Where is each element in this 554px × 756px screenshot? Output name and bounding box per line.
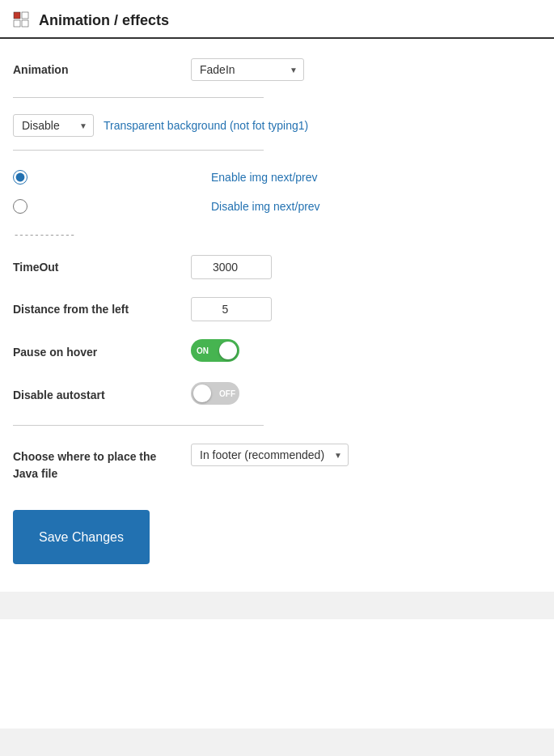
page-container: Animation / effects Animation FadeIn Fad… (0, 0, 554, 728)
disable-img-label: Disable img next/prev (201, 200, 541, 213)
disable-autostart-knob (193, 384, 211, 402)
disable-select[interactable]: Disable Enable (13, 114, 94, 137)
disable-autostart-off-text: OFF (219, 389, 235, 398)
distance-row: Distance from the left (13, 297, 541, 321)
distance-control (191, 297, 541, 321)
animation-select[interactable]: FadeIn FadeOut SlideIn SlideOut None (191, 58, 304, 81)
pause-on-hover-toggle[interactable]: ON (191, 339, 239, 362)
disable-img-radio-row: Disable img next/prev (13, 199, 541, 214)
pause-on-hover-knob (219, 342, 237, 359)
enable-img-label: Enable img next/prev (201, 171, 541, 184)
disable-img-radio[interactable] (13, 199, 27, 214)
main-content: Animation FadeIn FadeOut SlideIn SlideOu… (0, 39, 554, 584)
timeout-input[interactable] (191, 255, 272, 279)
timeout-control (191, 255, 541, 279)
svg-rect-2 (14, 20, 20, 27)
pause-on-hover-row: Pause on hover ON (13, 339, 541, 364)
disable-select-wrapper: Disable Enable (13, 114, 94, 137)
java-file-select[interactable]: In footer (recommended) In header Custom (191, 444, 349, 466)
animation-select-wrapper: FadeIn FadeOut SlideIn SlideOut None (191, 58, 304, 81)
pause-on-hover-label: Pause on hover (13, 346, 191, 359)
animation-control: FadeIn FadeOut SlideIn SlideOut None (191, 58, 541, 81)
disable-autostart-toggle[interactable]: OFF (191, 382, 239, 405)
divider-1 (13, 97, 264, 98)
pause-on-hover-on-text: ON (197, 346, 209, 355)
distance-input[interactable] (191, 297, 272, 321)
page-header: Animation / effects (0, 0, 554, 39)
svg-rect-3 (22, 20, 28, 27)
java-file-row: Choose where to place the Java file In f… (13, 444, 541, 482)
disable-autostart-row: Disable autostart OFF (13, 382, 541, 407)
timeout-row: TimeOut (13, 255, 541, 279)
svg-rect-0 (14, 12, 20, 19)
grid-icon (13, 11, 31, 29)
divider-2 (13, 150, 264, 151)
disable-autostart-label: Disable autostart (13, 389, 191, 401)
svg-rect-1 (22, 12, 28, 19)
disable-autostart-track: OFF (191, 382, 239, 405)
bottom-bar (0, 592, 554, 619)
distance-label: Distance from the left (13, 303, 191, 316)
animation-label: Animation (13, 63, 191, 76)
animation-row: Animation FadeIn FadeOut SlideIn SlideOu… (13, 58, 541, 81)
transparent-bg-description: Transparent background (not fot typing1) (104, 119, 308, 132)
java-file-label: Choose where to place the Java file (13, 444, 191, 482)
java-file-label-line1: Choose where to place the (13, 450, 156, 463)
timeout-label: TimeOut (13, 261, 191, 274)
pause-on-hover-control: ON (191, 339, 541, 364)
enable-img-radio[interactable] (13, 170, 27, 185)
java-file-control: In footer (recommended) In header Custom (191, 444, 541, 466)
pause-on-hover-track: ON (191, 339, 239, 362)
page-title: Animation / effects (39, 12, 169, 29)
enable-img-radio-row: Enable img next/prev (13, 170, 541, 185)
java-file-label-line2: Java file (13, 467, 57, 480)
dashes: ------------ (13, 228, 541, 240)
disable-autostart-control: OFF (191, 382, 541, 407)
transparent-bg-row: Disable Enable Transparent background (n… (13, 114, 541, 137)
java-file-select-wrapper: In footer (recommended) In header Custom (191, 444, 349, 466)
divider-3 (13, 425, 264, 426)
save-changes-button[interactable]: Save Changes (13, 510, 150, 564)
